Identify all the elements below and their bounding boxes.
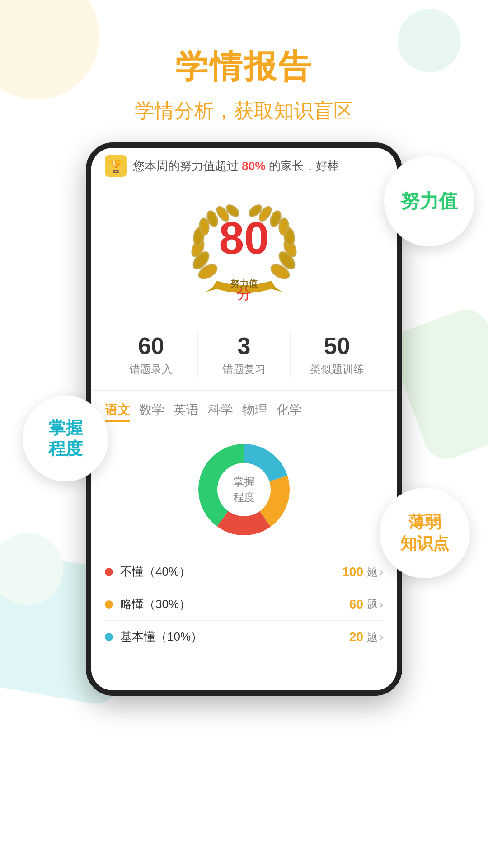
- donut-center-label: 掌握程度: [233, 474, 255, 505]
- phone-inner: 🏆 您本周的努力值超过 80% 的家长，好棒: [91, 148, 397, 690]
- tab-huaxue[interactable]: 化学: [277, 400, 302, 422]
- legend-unit-2: 题: [367, 630, 378, 644]
- stat-item-1: 3 错题复习: [198, 332, 291, 377]
- legend-item-0[interactable]: 不懂（40%） 100 题 ›: [105, 556, 383, 588]
- stat-label-0: 错题录入: [105, 362, 197, 377]
- legend-count-1: 60: [349, 597, 363, 612]
- legend-arrow-1: ›: [380, 598, 383, 611]
- stat-number-2: 50: [291, 332, 383, 359]
- tab-shuxue[interactable]: 数学: [139, 400, 164, 422]
- legend-item-2[interactable]: 基本懂（10%） 20 题 ›: [105, 621, 383, 653]
- bg-decoration-topright: [398, 9, 461, 72]
- phone-mockup: 🏆 您本周的努力值超过 80% 的家长，好棒: [86, 142, 402, 696]
- stats-row: 60 错题录入 3 错题复习 50 类似题训练: [91, 323, 397, 391]
- score-number: 80分: [212, 215, 276, 306]
- phone-wrapper: 努力值 掌握程度 薄弱知识点 🏆 您本周的努力值超过 80% 的家长，好棒: [50, 142, 438, 696]
- stat-item-0: 60 错题录入: [105, 332, 198, 377]
- tab-yuwen[interactable]: 语文: [105, 400, 130, 422]
- legend-text-0: 不懂（40%）: [120, 564, 342, 580]
- page-subtitle: 学情分析，获取知识盲区: [0, 98, 488, 124]
- legend-item-1[interactable]: 略懂（30%） 60 题 ›: [105, 588, 383, 621]
- legend-text-1: 略懂（30%）: [120, 596, 349, 612]
- legend-count-2: 20: [349, 630, 363, 644]
- laurel-container: 努力值 80分: [181, 190, 307, 308]
- legend-arrow-0: ›: [380, 566, 383, 578]
- stat-item-2: 50 类似题训练: [291, 332, 383, 377]
- stat-number-1: 3: [198, 332, 291, 359]
- badge-nuli-label: 努力值: [401, 190, 458, 212]
- legend-unit-1: 题: [367, 597, 378, 612]
- badge-zhangwo: 掌握程度: [23, 396, 108, 481]
- legend-text-2: 基本懂（10%）: [120, 629, 349, 645]
- trophy-icon: 🏆: [105, 155, 127, 177]
- badge-zhangwo-label: 掌握程度: [48, 418, 83, 459]
- notification-bar: 🏆 您本周的努力值超过 80% 的家长，好棒: [91, 148, 397, 181]
- tab-wuli[interactable]: 物理: [242, 400, 267, 422]
- badge-ruodian-label: 薄弱知识点: [400, 512, 449, 554]
- stat-label-2: 类似题训练: [291, 362, 383, 377]
- legend-dot-2: [105, 633, 113, 641]
- score-unit: 分: [237, 286, 251, 302]
- subject-tabs: 语文 数学 英语 科学 物理 化学: [91, 391, 397, 426]
- notif-percent: 80%: [242, 159, 265, 173]
- score-section: 努力值 80分: [91, 181, 397, 323]
- page-root: 学情报告 学情分析，获取知识盲区 努力值 掌握程度 薄弱知识点 🏆 您本周的努力…: [0, 0, 488, 696]
- legend-list: 不懂（40%） 100 题 › 略懂（30%） 60 题 › 基本懂: [91, 548, 397, 660]
- legend-arrow-2: ›: [380, 631, 383, 643]
- stat-label-1: 错题复习: [198, 362, 291, 377]
- badge-ruodian: 薄弱知识点: [380, 488, 470, 578]
- legend-dot-1: [105, 600, 113, 609]
- notif-before: 您本周的努力值超过: [133, 159, 242, 173]
- tab-kexue[interactable]: 科学: [208, 400, 233, 422]
- chart-section: 掌握程度: [91, 426, 397, 548]
- notif-after: 的家长，好棒: [265, 159, 339, 173]
- legend-unit-0: 题: [367, 565, 378, 579]
- notification-text: 您本周的努力值超过 80% 的家长，好棒: [133, 158, 383, 174]
- legend-dot-0: [105, 568, 113, 576]
- donut-chart: 掌握程度: [190, 435, 298, 544]
- badge-nuli: 努力值: [384, 156, 474, 246]
- legend-count-0: 100: [342, 565, 363, 579]
- stat-number-0: 60: [105, 332, 197, 359]
- tab-yingyu[interactable]: 英语: [174, 400, 199, 422]
